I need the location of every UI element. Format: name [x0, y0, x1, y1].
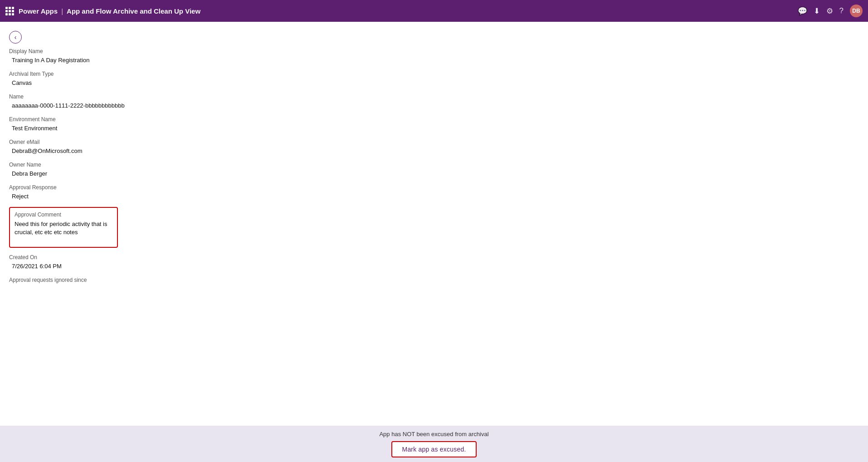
owner-name-field: Owner Name Debra Berger — [9, 162, 859, 178]
user-avatar[interactable]: DB — [850, 5, 863, 17]
name-value: aaaaaaaa-0000-1111-2222-bbbbbbbbbbbb — [9, 101, 859, 110]
approval-response-field: Approval Response Reject — [9, 184, 859, 201]
environment-name-value: Test Environment — [9, 124, 859, 133]
content-scroll-area[interactable]: ‹ Display Name Training In A Day Registr… — [0, 22, 868, 426]
archival-item-type-value: Canvas — [9, 79, 859, 87]
chat-icon[interactable]: 💬 — [798, 6, 807, 16]
archival-item-type-label: Archival Item Type — [9, 71, 859, 77]
back-row: ‹ — [9, 27, 859, 48]
settings-icon[interactable]: ⚙ — [826, 6, 833, 16]
nav-right-actions: 💬 ⬇ ⚙ ? DB — [798, 5, 863, 17]
display-name-label: Display Name — [9, 48, 859, 54]
approval-requests-ignored-label: Approval requests ignored since — [9, 277, 859, 283]
owner-name-value: Debra Berger — [9, 169, 859, 178]
help-icon[interactable]: ? — [839, 6, 844, 15]
owner-email-field: Owner eMail DebraB@OnMicrosoft.com — [9, 139, 859, 155]
name-label: Name — [9, 93, 859, 100]
approval-requests-ignored-field: Approval requests ignored since — [9, 277, 859, 283]
not-excused-status: App has NOT been excused from archival — [379, 431, 488, 437]
app-launcher-icon[interactable] — [5, 7, 14, 15]
owner-email-value: DebraB@OnMicrosoft.com — [9, 147, 859, 155]
main-content: ‹ Display Name Training In A Day Registr… — [0, 22, 868, 462]
title-separator: | — [61, 7, 63, 15]
display-name-value: Training In A Day Registration — [9, 56, 859, 64]
approval-comment-text: Need this for periodic activity that is … — [15, 220, 112, 236]
display-name-field: Display Name Training In A Day Registrat… — [9, 48, 859, 64]
download-icon[interactable]: ⬇ — [814, 6, 820, 16]
owner-name-label: Owner Name — [9, 162, 859, 168]
approval-response-value: Reject — [9, 192, 859, 201]
mark-app-as-excused-button[interactable]: Mark app as excused. — [391, 441, 477, 457]
environment-name-field: Environment Name Test Environment — [9, 116, 859, 133]
app-name: Power Apps — [19, 7, 58, 15]
view-title: App and Flow Archive and Clean Up View — [67, 7, 200, 15]
bottom-action-bar: App has NOT been excused from archival M… — [0, 426, 868, 462]
approval-comment-label: Approval Comment — [15, 211, 112, 218]
archival-item-type-field: Archival Item Type Canvas — [9, 71, 859, 87]
approval-comment-box[interactable]: Approval Comment Need this for periodic … — [9, 207, 118, 248]
name-field: Name aaaaaaaa-0000-1111-2222-bbbbbbbbbbb… — [9, 93, 859, 110]
created-on-label: Created On — [9, 254, 859, 260]
created-on-value: 7/26/2021 6:04 PM — [9, 262, 859, 270]
back-button[interactable]: ‹ — [9, 31, 22, 44]
owner-email-label: Owner eMail — [9, 139, 859, 145]
created-on-field: Created On 7/26/2021 6:04 PM — [9, 254, 859, 270]
top-navigation: Power Apps | App and Flow Archive and Cl… — [0, 0, 868, 22]
page-title: Power Apps | App and Flow Archive and Cl… — [19, 7, 200, 15]
approval-response-label: Approval Response — [9, 184, 859, 191]
environment-name-label: Environment Name — [9, 116, 859, 123]
